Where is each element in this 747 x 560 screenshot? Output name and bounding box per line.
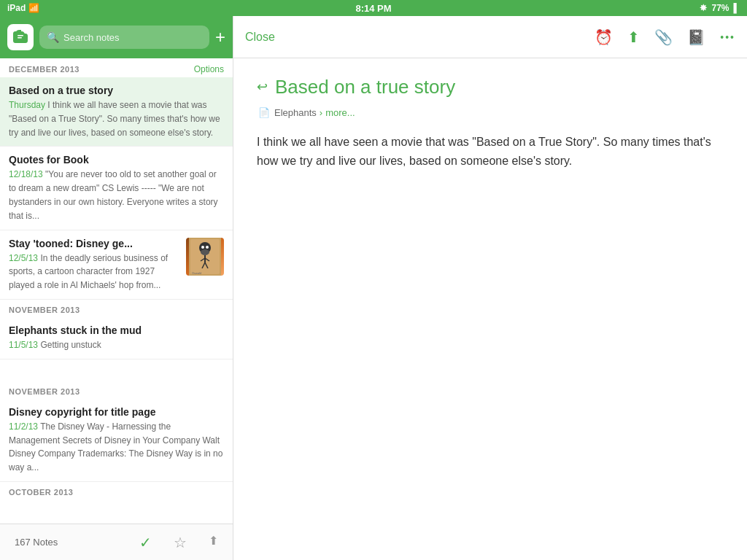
star-icon[interactable]: ☆ bbox=[174, 534, 187, 551]
app-container: 🔍 Search notes + DECEMBER 2013 Options B… bbox=[0, 16, 747, 560]
note-title-3: Stay 'tooned: Disney ge... bbox=[9, 238, 180, 249]
svg-point-7 bbox=[201, 249, 209, 255]
back-arrow-icon: ↩ bbox=[257, 79, 268, 95]
svg-rect-0 bbox=[18, 35, 23, 36]
oswald-image: Oswald bbox=[189, 238, 221, 276]
status-right: ✸ 77% ▌ bbox=[700, 3, 740, 13]
search-placeholder: Search notes bbox=[63, 32, 120, 43]
note-thumbnail-3: Oswald bbox=[186, 238, 224, 276]
notebook-icon[interactable]: 📓 bbox=[687, 28, 705, 46]
section-november-2013-b: NOVEMBER 2013 bbox=[0, 381, 233, 399]
toolbar-left: Close bbox=[245, 31, 275, 44]
close-button[interactable]: Close bbox=[245, 31, 275, 44]
note-item-quotes-for-book[interactable]: Quotes for Book 12/18/13 "You are never … bbox=[0, 147, 233, 230]
ipad-label: iPad bbox=[7, 3, 26, 13]
note-date-5: 11/2/13 bbox=[9, 421, 38, 432]
svg-text:Oswald: Oswald bbox=[192, 271, 201, 275]
status-left: iPad 📶 bbox=[7, 3, 39, 13]
wifi-icon: 📶 bbox=[28, 3, 39, 13]
note-content-title: Based on a true story bbox=[275, 76, 455, 98]
note-heading: ↩ Based on a true story bbox=[257, 76, 724, 98]
note-title-2: Quotes for Book bbox=[9, 154, 224, 166]
section-title-dec: DECEMBER 2013 bbox=[9, 65, 80, 74]
section-december-2013: DECEMBER 2013 Options bbox=[0, 58, 233, 77]
more-button[interactable]: ••• bbox=[720, 31, 735, 43]
share-icon[interactable]: ⬆ bbox=[627, 28, 640, 46]
note-date-2: 12/18/13 bbox=[9, 169, 43, 179]
section-title-nov-b: NOVEMBER 2013 bbox=[9, 387, 80, 396]
evernote-icon bbox=[12, 28, 29, 46]
note-preview-5: The Disney Way - Harnessing the Manageme… bbox=[9, 421, 222, 472]
note-body: I think we all have seen a movie that wa… bbox=[257, 133, 724, 170]
notes-count: 167 Notes bbox=[15, 537, 58, 548]
notes-list: DECEMBER 2013 Options Based on a true st… bbox=[0, 58, 233, 524]
notebook-doc-icon: 📄 bbox=[258, 107, 270, 118]
bluetooth-icon: ✸ bbox=[700, 3, 707, 13]
note-date-4: 11/5/13 bbox=[9, 340, 38, 350]
options-button[interactable]: Options bbox=[194, 64, 224, 74]
battery-level: 77% bbox=[711, 3, 729, 13]
sidebar: 🔍 Search notes + DECEMBER 2013 Options B… bbox=[0, 16, 233, 560]
section-october-2013: OCTOBER 2013 bbox=[0, 482, 233, 499]
svg-point-6 bbox=[206, 246, 209, 249]
footer-icons: ✓ ☆ ⬆ bbox=[139, 534, 218, 551]
status-bar: iPad 📶 8:14 PM ✸ 77% ▌ bbox=[0, 0, 747, 16]
chevron-right-icon: › bbox=[320, 107, 322, 118]
svg-point-5 bbox=[201, 246, 204, 249]
note-item-disney-copyright[interactable]: Disney copyright for title page 11/2/13 … bbox=[0, 399, 233, 482]
note-date-3: 12/5/13 bbox=[9, 253, 38, 263]
note-content: ↩ Based on a true story 📄 Elephants › mo… bbox=[233, 58, 747, 560]
note-meta: 📄 Elephants › more... bbox=[257, 107, 724, 118]
note-meta-notebook: Elephants › more... bbox=[274, 107, 355, 118]
note-title-5: Disney copyright for title page bbox=[9, 406, 224, 418]
section-november-2013-a: NOVEMBER 2013 bbox=[0, 300, 233, 317]
evernote-logo bbox=[7, 24, 34, 50]
note-toolbar: Close ⏰ ⬆ 📎 📓 ••• bbox=[233, 16, 747, 58]
search-icon: 🔍 bbox=[47, 31, 59, 43]
attachment-icon[interactable]: 📎 bbox=[654, 28, 673, 46]
section-title-oct: OCTOBER 2013 bbox=[9, 488, 73, 497]
note-item-based-on-true-story[interactable]: Based on a true story Thursday I think w… bbox=[0, 77, 233, 147]
search-bar[interactable]: 🔍 Search notes bbox=[39, 26, 209, 49]
note-preview-4: Getting unstuck bbox=[38, 340, 101, 350]
checkmark-icon[interactable]: ✓ bbox=[139, 534, 152, 551]
svg-rect-1 bbox=[18, 37, 22, 39]
more-link[interactable]: more... bbox=[325, 107, 355, 118]
add-note-button[interactable]: + bbox=[215, 28, 225, 46]
battery-icon: ▌ bbox=[733, 3, 740, 13]
note-item-stay-tooned[interactable]: Stay 'tooned: Disney ge... 12/5/13 In th… bbox=[0, 230, 233, 300]
section-title-nov-a: NOVEMBER 2013 bbox=[9, 306, 80, 314]
note-panel: Close ⏰ ⬆ 📎 📓 ••• ↩ Based on a true stor… bbox=[233, 16, 747, 560]
alarm-icon[interactable]: ⏰ bbox=[595, 28, 613, 46]
sidebar-footer: 167 Notes ✓ ☆ ⬆ bbox=[0, 524, 233, 560]
toolbar-right: ⏰ ⬆ 📎 📓 ••• bbox=[595, 28, 735, 46]
upload-icon[interactable]: ⬆ bbox=[209, 534, 218, 551]
notebook-name: Elephants bbox=[274, 107, 317, 118]
note-title-1: Based on a true story bbox=[9, 85, 224, 96]
note-title-4: Elephants stuck in the mud bbox=[9, 324, 224, 336]
note-item-elephants[interactable]: Elephants stuck in the mud 11/5/13 Getti… bbox=[0, 317, 233, 359]
status-time: 8:14 PM bbox=[355, 3, 391, 14]
sidebar-header: 🔍 Search notes + bbox=[0, 16, 233, 58]
note-date-1: Thursday bbox=[9, 100, 45, 110]
